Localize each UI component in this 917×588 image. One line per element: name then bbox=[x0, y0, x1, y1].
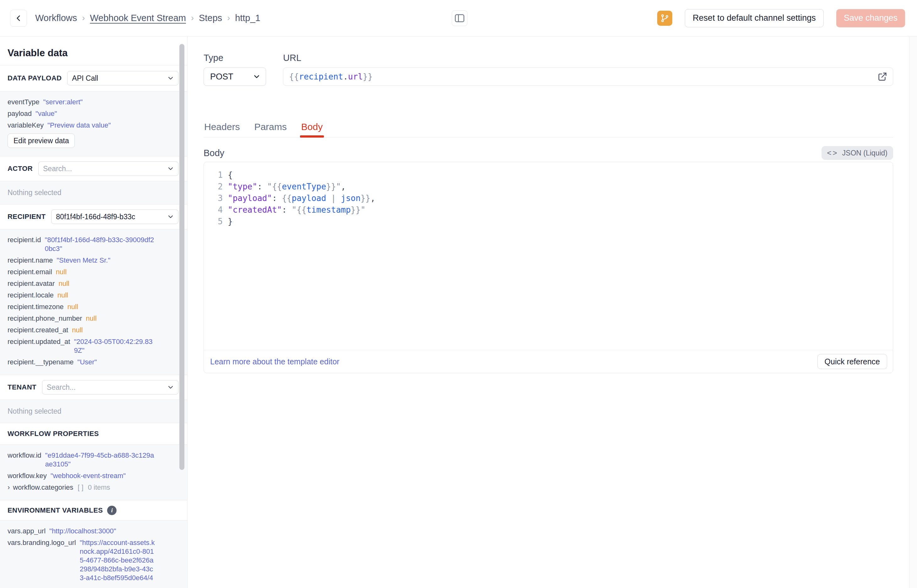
variable-key: variableKey bbox=[8, 121, 44, 130]
url-input[interactable]: {{recipient.url}} bbox=[283, 68, 893, 86]
tab-params[interactable]: Params bbox=[253, 116, 287, 137]
workflow-properties-section: workflow.id"e91ddae4-7f99-45cb-a688-3c12… bbox=[0, 445, 187, 500]
sidebar-title: Variable data bbox=[8, 47, 68, 59]
breadcrumb-step-name: http_1 bbox=[235, 13, 260, 23]
breadcrumb-steps[interactable]: Steps bbox=[199, 13, 222, 23]
actor-empty-state: Nothing selected bbox=[0, 181, 187, 205]
breadcrumb-separator: › bbox=[227, 13, 230, 23]
variable-row: eventType"server:alert" bbox=[8, 98, 156, 107]
body-label: Body bbox=[203, 148, 224, 158]
recipient-label: RECIPIENT bbox=[8, 213, 45, 221]
breadcrumb-separator: › bbox=[82, 13, 85, 23]
variable-row: recipient.timezonenull bbox=[8, 302, 156, 311]
chevron-down-icon bbox=[167, 213, 174, 221]
variable-value: "2024-03-05T00:42:29.839Z" bbox=[74, 338, 156, 355]
chevron-right-icon[interactable]: › bbox=[8, 483, 10, 492]
line-number: 2 bbox=[208, 181, 223, 192]
actor-select[interactable] bbox=[38, 162, 178, 176]
back-button[interactable] bbox=[10, 10, 27, 27]
environment-variables-label: ENVIRONMENT VARIABLES bbox=[8, 506, 103, 515]
code-token: "{{ bbox=[292, 205, 307, 215]
code-line: 2"type": "{{eventType}}", bbox=[208, 181, 886, 192]
variable-row: variableKey"Preview data value" bbox=[8, 121, 156, 130]
code-text: { bbox=[228, 169, 233, 181]
categories-count: 0 items bbox=[88, 483, 110, 492]
code-token: recipient bbox=[299, 72, 343, 81]
actor-empty-text: Nothing selected bbox=[8, 189, 61, 197]
chevron-down-icon bbox=[253, 73, 261, 81]
language-badge-text: JSON (Liquid) bbox=[842, 149, 888, 157]
tenant-search-input[interactable] bbox=[47, 383, 167, 392]
reset-channel-settings-button[interactable]: Reset to default channel settings bbox=[685, 9, 824, 27]
variable-value: null bbox=[72, 326, 82, 334]
code-token: { bbox=[228, 170, 233, 180]
workflow-properties-header: WORKFLOW PROPERTIES bbox=[0, 423, 187, 445]
recipient-variables-section: recipient.id"80f1f4bf-166d-48f9-b33c-390… bbox=[0, 229, 187, 375]
breadcrumb-separator: › bbox=[191, 13, 194, 23]
variable-key: recipient.avatar bbox=[8, 279, 55, 288]
code-line: 3"payload": {{payload | json}}, bbox=[208, 192, 886, 204]
breadcrumb: Workflows › Webhook Event Stream › Steps… bbox=[35, 13, 260, 23]
tenant-empty-text: Nothing selected bbox=[8, 407, 61, 415]
breadcrumb-workflows[interactable]: Workflows bbox=[35, 13, 77, 23]
variable-key: eventType bbox=[8, 98, 40, 107]
code-token: {{ bbox=[282, 194, 292, 203]
quick-reference-button[interactable]: Quick reference bbox=[817, 354, 887, 369]
variable-row: recipient.created_atnull bbox=[8, 326, 156, 334]
toggle-sidebar-button[interactable] bbox=[452, 10, 467, 26]
save-changes-button[interactable]: Save changes bbox=[836, 9, 905, 27]
code-editor[interactable]: 1{2"type": "{{eventType}}",3"payload": {… bbox=[204, 162, 893, 350]
sidebar-header: Variable data bbox=[0, 36, 187, 65]
variable-key: recipient.__typename bbox=[8, 358, 74, 367]
workflow-categories-row[interactable]: › workflow.categories [ ] 0 items bbox=[8, 483, 156, 492]
method-select[interactable]: POST bbox=[203, 68, 266, 86]
chevron-down-icon bbox=[167, 383, 174, 391]
variable-value: null bbox=[86, 314, 97, 323]
tab-body[interactable]: Body bbox=[301, 116, 323, 137]
variable-value: "e91ddae4-7f99-45cb-a688-3c129aae3105" bbox=[45, 451, 156, 468]
info-icon[interactable]: i bbox=[107, 506, 116, 515]
variable-key: recipient.locale bbox=[8, 291, 54, 300]
data-payload-label: DATA PAYLOAD bbox=[8, 74, 61, 82]
preview-data-section: eventType"server:alert"payload"value"var… bbox=[0, 91, 187, 157]
top-bar: Workflows › Webhook Event Stream › Steps… bbox=[0, 0, 917, 36]
template-editor-docs-link[interactable]: Learn more about the template editor bbox=[210, 357, 339, 366]
url-label: URL bbox=[283, 53, 893, 63]
sidebar-scrollbar[interactable] bbox=[179, 44, 184, 470]
data-payload-select[interactable]: API Call bbox=[67, 71, 178, 86]
variable-row: vars.app_url"http://localhost:3000" bbox=[8, 527, 156, 536]
request-fields: Type POST URL {{recipient.url}} bbox=[203, 53, 893, 86]
variable-value: "http://localhost:3000" bbox=[49, 527, 116, 536]
code-token: }}" bbox=[326, 182, 341, 191]
git-branch-icon bbox=[660, 14, 669, 23]
recipient-select[interactable]: 80f1f4bf-166d-48f9-b33c bbox=[51, 210, 178, 224]
variable-row: recipient.localenull bbox=[8, 291, 156, 300]
code-token: payload bbox=[292, 194, 326, 203]
code-token: timestamp bbox=[306, 205, 350, 215]
tenant-label: TENANT bbox=[8, 383, 36, 391]
topbar-center bbox=[452, 10, 467, 26]
url-value: {{recipient.url}} bbox=[289, 72, 373, 81]
code-token: , bbox=[370, 194, 375, 203]
code-token: : bbox=[282, 205, 292, 215]
actor-search-input[interactable] bbox=[43, 165, 167, 173]
code-token: "createdAt" bbox=[228, 205, 282, 215]
edit-preview-data-button[interactable]: Edit preview data bbox=[8, 134, 75, 148]
tenant-select[interactable] bbox=[42, 380, 178, 394]
uncommitted-changes-button[interactable] bbox=[657, 11, 672, 26]
variable-key: vars.app_url bbox=[8, 527, 45, 536]
main-scroll-gutter bbox=[909, 36, 917, 588]
variable-key: recipient.phone_number bbox=[8, 314, 82, 323]
code-token: | bbox=[326, 194, 341, 203]
variable-value: "80f1f4bf-166d-48f9-b33c-39009df20bc3" bbox=[45, 236, 156, 253]
request-tabs: HeadersParamsBody bbox=[203, 116, 893, 137]
variable-value: "https://account-assets.knock.app/42d161… bbox=[80, 538, 156, 582]
chevron-left-icon bbox=[15, 14, 23, 22]
breadcrumb-workflow-name[interactable]: Webhook Event Stream bbox=[90, 13, 186, 23]
environment-variables-header: ENVIRONMENT VARIABLES i bbox=[0, 500, 187, 520]
data-payload-row: DATA PAYLOAD API Call bbox=[0, 65, 187, 91]
external-link-icon[interactable] bbox=[877, 71, 888, 82]
preview-rows: eventType"server:alert"payload"value"var… bbox=[8, 98, 156, 130]
tab-headers[interactable]: Headers bbox=[203, 116, 241, 137]
code-token: : bbox=[272, 194, 282, 203]
